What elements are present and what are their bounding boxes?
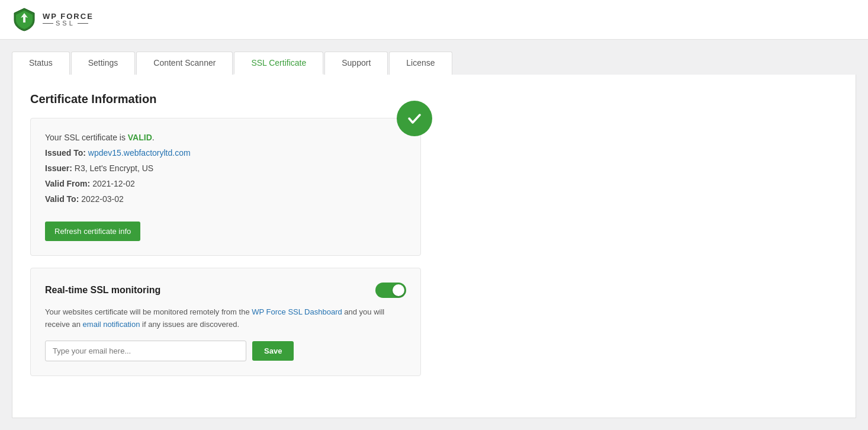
cert-status-prefix: Your SSL certificate is bbox=[45, 133, 128, 142]
refresh-certificate-button[interactable]: Refresh certificate info bbox=[45, 222, 140, 241]
monitoring-card: Real-time SSL monitoring Your websites c… bbox=[30, 268, 421, 376]
save-button[interactable]: Save bbox=[252, 341, 294, 361]
tab-license[interactable]: License bbox=[389, 52, 452, 75]
cert-status-row: Your SSL certificate is VALID. bbox=[45, 133, 406, 142]
main-content: Certificate Information Your SSL certifi… bbox=[12, 75, 856, 418]
toggle-track bbox=[375, 283, 406, 298]
certificate-card: Your SSL certificate is VALID. Issued To… bbox=[30, 118, 421, 256]
tabs-bar: Status Settings Content Scanner SSL Cert… bbox=[0, 40, 868, 75]
monitoring-header: Real-time SSL monitoring bbox=[45, 283, 406, 298]
tab-ssl-certificate[interactable]: SSL Certificate bbox=[234, 52, 323, 75]
svg-rect-1 bbox=[23, 17, 25, 23]
cert-issued-to-domain: wpdev15.webfactoryltd.com bbox=[88, 148, 191, 158]
cert-valid-to-label: Valid To: bbox=[45, 194, 79, 204]
cert-issuer-row: Issuer: R3, Let's Encrypt, US bbox=[45, 163, 406, 173]
monitoring-desc-part1: Your websites certificate will be monito… bbox=[45, 307, 252, 316]
logo-text: WP FORCE SSL bbox=[43, 12, 94, 27]
cert-valid-from-val: 2021-12-02 bbox=[92, 179, 135, 188]
tab-support[interactable]: Support bbox=[324, 52, 388, 75]
cert-valid-from-row: Valid From: 2021-12-02 bbox=[45, 179, 406, 188]
email-row: Save bbox=[45, 341, 406, 361]
monitoring-desc-part3: if any issues are discovered. bbox=[140, 320, 239, 329]
monitoring-desc-link2[interactable]: email notification bbox=[83, 320, 140, 329]
cert-valid-to-row: Valid To: 2022-03-02 bbox=[45, 194, 406, 204]
header: WP FORCE SSL bbox=[0, 0, 868, 40]
monitoring-title: Real-time SSL monitoring bbox=[45, 285, 160, 296]
cert-issued-to-row: Issued To: wpdev15.webfactoryltd.com bbox=[45, 148, 406, 158]
cert-valid-from-label: Valid From: bbox=[45, 179, 90, 188]
cert-status-valid: VALID bbox=[128, 133, 152, 142]
email-input[interactable] bbox=[45, 341, 246, 361]
tab-settings[interactable]: Settings bbox=[71, 52, 136, 75]
cert-issuer-label: Issuer: bbox=[45, 163, 72, 173]
logo: WP FORCE SSL bbox=[12, 7, 94, 32]
cert-issuer-val: R3, Let's Encrypt, US bbox=[75, 163, 153, 173]
certificate-section-title: Certificate Information bbox=[30, 92, 838, 106]
monitoring-desc-link1[interactable]: WP Force SSL Dashboard bbox=[252, 307, 342, 316]
checkmark-icon bbox=[406, 110, 423, 127]
monitoring-description: Your websites certificate will be monito… bbox=[45, 306, 406, 331]
cert-status-suffix: . bbox=[152, 133, 155, 142]
tab-content-scanner[interactable]: Content Scanner bbox=[136, 52, 233, 75]
logo-ssl: SSL bbox=[43, 20, 94, 27]
cert-issued-to-label: Issued To: bbox=[45, 148, 86, 158]
logo-icon bbox=[12, 7, 37, 32]
valid-check-badge bbox=[397, 101, 432, 136]
monitoring-toggle[interactable] bbox=[375, 283, 406, 298]
toggle-thumb bbox=[393, 284, 404, 296]
tab-status[interactable]: Status bbox=[12, 52, 70, 75]
cert-valid-to-val: 2022-03-02 bbox=[81, 194, 124, 204]
